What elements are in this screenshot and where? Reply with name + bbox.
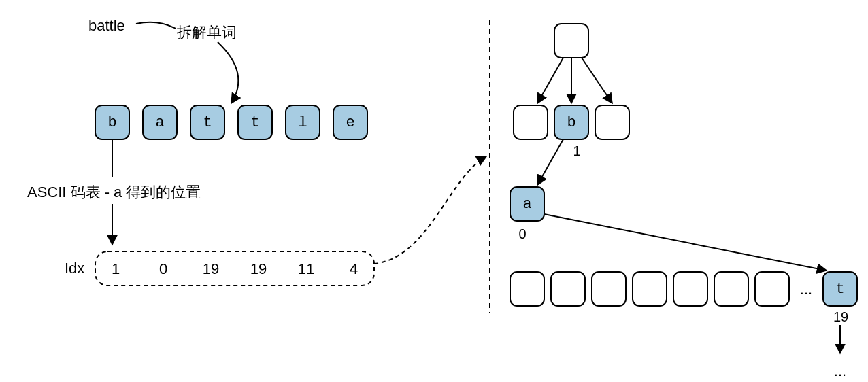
ascii-label: ASCII 码表 - a 得到的位置	[27, 184, 201, 201]
children-ellipsis: ...	[800, 281, 812, 298]
trie-node-empty	[514, 105, 548, 139]
trie-node-empty	[595, 105, 629, 139]
trie-t-index: 19	[833, 309, 848, 324]
root-edge	[582, 58, 612, 103]
idx-val: 0	[159, 260, 167, 277]
break-arrow	[218, 42, 238, 103]
word-label: battle	[88, 17, 125, 34]
trie-child-empty	[510, 272, 544, 306]
trie-node-a-label: a	[522, 196, 531, 213]
idx-val: 19	[203, 260, 219, 277]
trie-child-empty	[714, 272, 748, 306]
root-edge	[537, 58, 563, 103]
word-connector	[136, 22, 176, 29]
letter-text: a	[155, 114, 164, 131]
a-to-t-edge	[544, 214, 827, 271]
letter-text: t	[250, 114, 259, 131]
trie-node-b-label: b	[567, 114, 575, 131]
idx-val: 11	[298, 260, 314, 277]
trie-child-empty	[633, 272, 667, 306]
letter-text: b	[107, 114, 116, 131]
letter-text: e	[346, 114, 354, 131]
idx-val: 19	[250, 260, 267, 277]
b-to-a-edge	[537, 139, 563, 185]
letter-text: l	[298, 114, 307, 131]
idx-label: Idx	[65, 260, 84, 277]
letter-text: t	[203, 114, 212, 131]
trie-node-t-label: t	[835, 281, 844, 298]
idx-to-trie-arrow	[374, 156, 486, 264]
idx-box	[95, 251, 374, 285]
trie-root	[554, 24, 588, 58]
trie-a-index: 0	[518, 226, 526, 241]
trie-children-row: ... t	[510, 272, 857, 306]
trie-child-empty	[673, 272, 707, 306]
more-ellipsis: ...	[834, 362, 846, 379]
break-word-label: 拆解单词	[176, 24, 237, 41]
trie-child-empty	[755, 272, 789, 306]
trie-child-empty	[551, 272, 585, 306]
trie-diagram: battle 拆解单词 b a t t l e ASCII 码表 - a 得到的…	[0, 0, 868, 382]
trie-b-index: 1	[573, 143, 580, 158]
idx-val: 1	[112, 260, 120, 277]
trie-child-empty	[592, 272, 626, 306]
letter-row: b a t t l e	[95, 105, 367, 139]
idx-val: 4	[350, 260, 358, 277]
